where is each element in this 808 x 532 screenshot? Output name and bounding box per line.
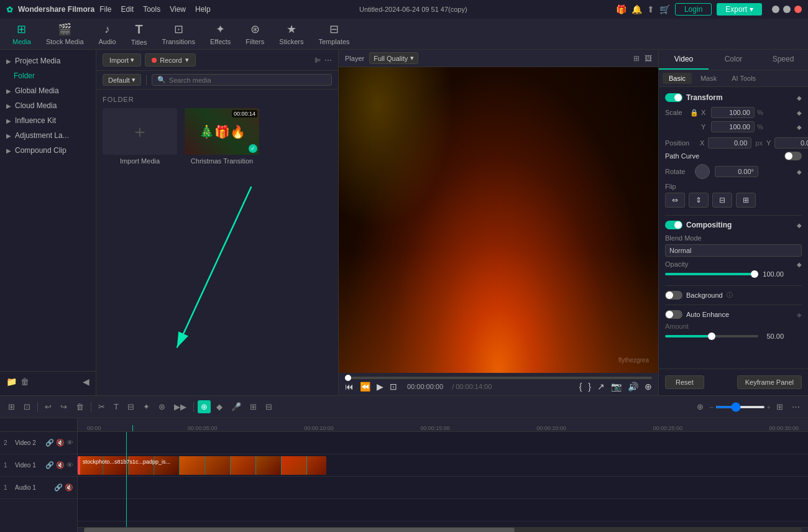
- rotate-dial[interactable]: [695, 164, 710, 179]
- export-button[interactable]: Export ▾: [717, 3, 762, 16]
- rotate-input[interactable]: [715, 166, 758, 177]
- timeline-zoom-out-button[interactable]: ⊟: [262, 400, 275, 413]
- flip-vertical-button[interactable]: ⇕: [689, 193, 709, 208]
- track-eye2-icon[interactable]: 👁: [67, 461, 73, 469]
- play-button[interactable]: ▶: [377, 382, 383, 392]
- menu-view[interactable]: View: [170, 5, 186, 14]
- zoom-plus-icon[interactable]: +: [767, 403, 771, 411]
- store-icon[interactable]: 🛒: [659, 4, 670, 14]
- more-ctrl-icon[interactable]: ⊕: [645, 382, 652, 392]
- timeline-speed-button[interactable]: ⊛: [155, 400, 168, 413]
- login-button[interactable]: Login: [675, 3, 712, 16]
- menu-help[interactable]: Help: [195, 5, 211, 14]
- default-dropdown[interactable]: Default ▾: [103, 74, 141, 86]
- auto-enhance-keyframe-icon[interactable]: ◆: [797, 311, 802, 318]
- zoom-minus-icon[interactable]: −: [709, 403, 713, 411]
- import-media-item[interactable]: ＋ Import Media: [103, 108, 177, 165]
- track-link2-icon[interactable]: 🔗: [45, 461, 54, 469]
- toolbar-titles[interactable]: T Titles: [125, 20, 154, 48]
- position-y-input[interactable]: [774, 137, 808, 149]
- christmas-transition-item[interactable]: 🎄🎁🔥 00:00:14 ✓ Christmas Transition: [185, 108, 259, 165]
- timeline-grid-button[interactable]: ⊞: [773, 400, 786, 413]
- filter-icon[interactable]: ⊫: [314, 56, 321, 65]
- compositing-toggle[interactable]: [665, 221, 682, 229]
- more-options-icon[interactable]: ⋯: [324, 56, 332, 65]
- background-toggle[interactable]: [665, 291, 682, 300]
- mark-out-button[interactable]: }: [588, 382, 591, 392]
- zoom-slider[interactable]: [715, 406, 765, 408]
- subtab-mask[interactable]: Mask: [694, 73, 723, 84]
- menu-edit[interactable]: Edit: [121, 5, 134, 14]
- skip-back-button[interactable]: ⏮: [345, 382, 354, 392]
- timeline-more-button[interactable]: ▶▶: [171, 400, 190, 413]
- opacity-keyframe-icon[interactable]: ◆: [797, 261, 802, 268]
- transform-keyframe-icon[interactable]: ◆: [797, 94, 802, 101]
- timeline-clip[interactable]: stockphoto...s81b7s1c...padpp_is...: [78, 456, 326, 475]
- flip-h-alt-button[interactable]: ⊟: [712, 193, 732, 208]
- timeline-settings-button[interactable]: ⋯: [789, 400, 803, 413]
- track-eye-icon[interactable]: 👁: [67, 439, 73, 447]
- import-button[interactable]: Import ▾: [103, 53, 141, 66]
- reset-button[interactable]: Reset: [665, 375, 704, 389]
- timeline-zoom-in-button[interactable]: ⊕: [694, 400, 707, 413]
- compositing-keyframe-icon[interactable]: ◆: [797, 222, 802, 229]
- auto-enhance-toggle[interactable]: [665, 310, 682, 319]
- timeline-auto-button[interactable]: ⊞: [247, 400, 260, 413]
- extract-button[interactable]: ↗: [597, 382, 605, 392]
- bell-icon[interactable]: 🔔: [631, 4, 642, 14]
- sidebar-item-project-media[interactable]: ▶ Project Media: [0, 53, 96, 68]
- timeline-cut-button[interactable]: ✂: [95, 400, 108, 413]
- timeline-undo-button[interactable]: ↩: [42, 400, 55, 413]
- flip-v-alt-button[interactable]: ⊞: [736, 193, 756, 208]
- toolbar-stickers[interactable]: ★ Stickers: [273, 20, 310, 48]
- timeline-redo-button[interactable]: ↪: [57, 400, 70, 413]
- timeline-text-button[interactable]: T: [111, 400, 122, 413]
- track-mute3-icon[interactable]: 🔇: [65, 484, 73, 492]
- sidebar-item-global-media[interactable]: ▶ Global Media: [0, 83, 96, 98]
- subtab-ai-tools[interactable]: AI Tools: [725, 73, 762, 84]
- track-link3-icon[interactable]: 🔗: [54, 484, 63, 492]
- flip-horizontal-button[interactable]: ⇔: [665, 193, 685, 208]
- search-input[interactable]: [169, 76, 326, 84]
- timeline-scene-button[interactable]: ⊡: [21, 400, 34, 413]
- scrollbar-thumb[interactable]: [84, 528, 515, 532]
- toolbar-effects[interactable]: ✦ Effects: [204, 20, 237, 48]
- share-icon[interactable]: ⬆: [647, 4, 654, 14]
- position-x-input[interactable]: [708, 137, 751, 149]
- keyframe-panel-button[interactable]: Keyframe Panel: [737, 375, 802, 389]
- scale-x-keyframe-icon[interactable]: ◆: [797, 109, 802, 116]
- toolbar-transitions[interactable]: ⊡ Transitions: [156, 20, 201, 48]
- timeline-voice-button[interactable]: 🎤: [228, 400, 244, 413]
- toolbar-templates[interactable]: ⊟ Templates: [312, 20, 356, 48]
- close-button[interactable]: [794, 6, 802, 13]
- add-folder-icon[interactable]: 📁: [6, 377, 17, 387]
- mark-in-button[interactable]: {: [579, 382, 582, 392]
- minimize-button[interactable]: [772, 6, 779, 13]
- remove-folder-icon[interactable]: 🗑: [21, 377, 29, 387]
- progress-bar[interactable]: [345, 377, 652, 379]
- rotate-keyframe-icon[interactable]: ◆: [797, 168, 802, 175]
- grid-view-icon[interactable]: ⊞: [633, 54, 640, 63]
- timeline-delete-button[interactable]: 🗑: [73, 400, 87, 413]
- toolbar-filters[interactable]: ⊛ Filters: [239, 20, 270, 48]
- collapse-panel-icon[interactable]: ◀: [83, 377, 90, 387]
- opacity-slider[interactable]: [665, 273, 758, 275]
- screenshot-button[interactable]: 📷: [611, 382, 622, 392]
- scale-x-input[interactable]: [711, 107, 755, 118]
- menu-tools[interactable]: Tools: [143, 5, 160, 14]
- timeline-snap-button[interactable]: ⊕: [198, 400, 211, 413]
- progress-handle[interactable]: [345, 375, 351, 381]
- tab-speed[interactable]: Speed: [758, 50, 808, 70]
- toolbar-audio[interactable]: ♪ Audio: [93, 21, 122, 48]
- tab-color[interactable]: Color: [709, 50, 758, 70]
- record-button[interactable]: Record ▾: [145, 53, 195, 66]
- subtab-basic[interactable]: Basic: [663, 73, 692, 84]
- snapshot-icon[interactable]: 🖼: [645, 54, 652, 63]
- lock-scale-icon[interactable]: 🔒: [690, 109, 699, 117]
- menu-file[interactable]: File: [99, 5, 111, 14]
- sidebar-item-folder[interactable]: Folder: [0, 68, 96, 83]
- track-link-icon[interactable]: 🔗: [45, 439, 54, 447]
- toolbar-stock[interactable]: 🎬 Stock Media: [40, 20, 90, 48]
- quality-dropdown[interactable]: Full Quality ▾: [369, 52, 418, 64]
- gift-icon[interactable]: 🎁: [616, 4, 627, 14]
